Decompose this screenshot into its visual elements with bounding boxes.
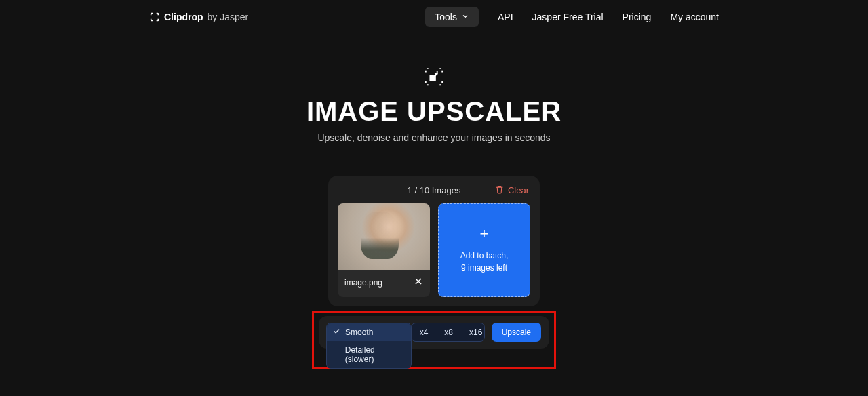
mode-menu: Smooth Detailed (slower): [326, 323, 412, 369]
plus-icon: +: [480, 226, 489, 241]
mode-smooth-label: Smooth: [345, 328, 373, 337]
nav-account[interactable]: My account: [670, 12, 719, 22]
controls-area: Smooth Detailed (slower) x4 x8 x16 Upsca…: [319, 316, 549, 349]
brand-byline: by Jasper: [208, 12, 249, 22]
trash-icon: [495, 185, 504, 196]
nav-trial[interactable]: Jasper Free Trial: [532, 12, 604, 22]
clear-label: Clear: [508, 185, 529, 195]
page-subtitle: Upscale, denoise and enhance your images…: [0, 132, 868, 143]
mode-option-detailed[interactable]: Detailed (slower): [327, 341, 411, 368]
hero: IMAGE UPSCALER Upscale, denoise and enha…: [0, 66, 868, 143]
mode-detailed-label: Detailed (slower): [345, 345, 405, 364]
brand[interactable]: Clipdrop by Jasper: [149, 12, 248, 22]
check-icon: [333, 328, 341, 337]
thumb-bar: image.png: [338, 270, 430, 295]
scale-x4[interactable]: x4: [412, 323, 437, 341]
thumbnails: image.png + Add to batch, 9 images left: [338, 203, 530, 297]
nav-tools-dropdown[interactable]: Tools: [425, 7, 479, 27]
mode-dropdown[interactable]: Smooth Detailed (slower): [327, 323, 404, 341]
nav-pricing[interactable]: Pricing: [623, 12, 652, 22]
brand-name: Clipdrop: [164, 12, 203, 22]
header: Clipdrop by Jasper Tools API Jasper Free…: [0, 0, 868, 34]
scale-x16[interactable]: x16: [461, 323, 485, 341]
nav: Tools API Jasper Free Trial Pricing My a…: [425, 7, 719, 27]
scale-group: x4 x8 x16: [411, 323, 485, 342]
controls-bar: Smooth Detailed (slower) x4 x8 x16 Upsca…: [319, 316, 549, 349]
add-to-batch-tile[interactable]: + Add to batch, 9 images left: [438, 203, 530, 297]
page-title: IMAGE UPSCALER: [0, 96, 868, 127]
upscaler-icon: [424, 66, 444, 90]
brand-logo-icon: [149, 12, 160, 22]
thumb-preview[interactable]: [338, 203, 430, 270]
clear-button[interactable]: Clear: [495, 185, 529, 196]
mode-option-smooth[interactable]: Smooth: [327, 323, 411, 341]
nav-api[interactable]: API: [498, 12, 513, 22]
scale-x8[interactable]: x8: [436, 323, 461, 341]
add-line1: Add to batch,: [460, 250, 509, 262]
upscale-button[interactable]: Upscale: [492, 323, 541, 342]
batch-panel: 1 / 10 Images Clear image.png + Add to b…: [328, 176, 540, 306]
nav-tools-label: Tools: [435, 12, 457, 22]
remove-image-button[interactable]: [414, 277, 423, 288]
add-line2: 9 images left: [461, 262, 507, 274]
chevron-down-icon: [461, 12, 469, 22]
batch-panel-header: 1 / 10 Images Clear: [338, 185, 530, 195]
image-count: 1 / 10 Images: [408, 185, 461, 195]
thumb-filename: image.png: [344, 278, 382, 288]
image-thumb: image.png: [338, 203, 430, 297]
